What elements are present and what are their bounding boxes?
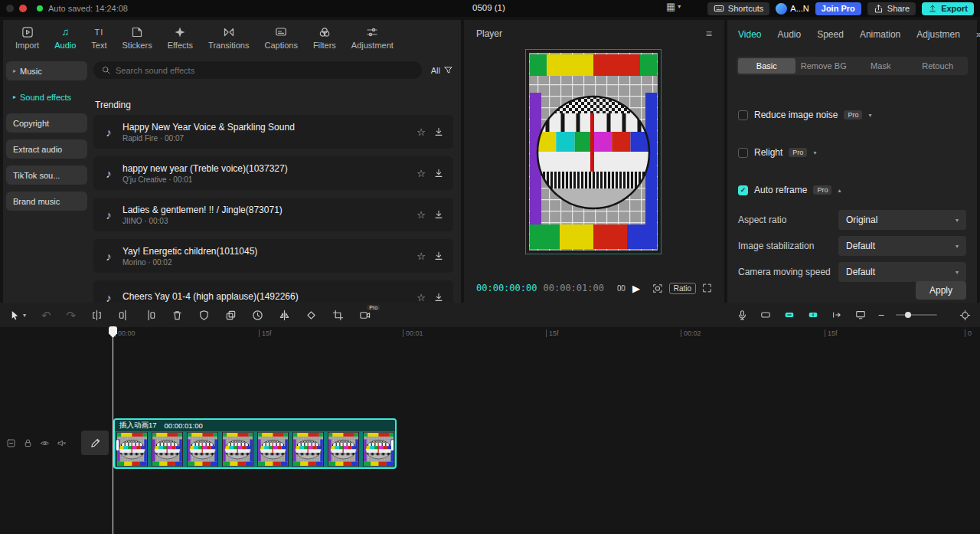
preview-axis-button[interactable] xyxy=(854,310,867,320)
cover-edit-button[interactable] xyxy=(81,431,109,455)
timeline-ruler[interactable]: 00:00 15f 00:01 15f 00:02 15f 0 xyxy=(0,327,980,339)
undo-button[interactable]: ↶ xyxy=(41,310,51,321)
sidebar-item-extract-audio[interactable]: Extract audio xyxy=(6,139,87,159)
download-icon[interactable] xyxy=(433,209,444,220)
tab-animation[interactable]: Animation xyxy=(860,29,900,40)
tab-text[interactable]: TI Text xyxy=(83,24,114,51)
sound-row[interactable]: ♪ Ladies & gentlemen! !! / Jingle(873071… xyxy=(93,198,453,231)
timeline-tracks[interactable]: 插入动画17 00:00:01:00 xyxy=(0,339,980,534)
freeze-frame-button[interactable] xyxy=(198,310,210,321)
tab-video[interactable]: Video xyxy=(738,29,761,40)
redo-button[interactable]: ↷ xyxy=(67,310,77,321)
sound-filter[interactable]: All xyxy=(431,65,453,75)
rotate-button[interactable] xyxy=(305,310,317,321)
delete-button[interactable] xyxy=(172,310,183,321)
favorite-star-icon[interactable]: ☆ xyxy=(416,209,426,221)
search-box[interactable] xyxy=(93,61,422,79)
chevron-down-icon[interactable]: ▾ xyxy=(813,149,816,156)
player-menu-icon[interactable]: ≡ xyxy=(706,28,712,40)
sound-row[interactable]: ♪ Cheers Yay 01-4 (high applause)(149226… xyxy=(93,280,453,303)
tab-captions[interactable]: Captions xyxy=(256,24,305,51)
collapse-track-icon[interactable] xyxy=(6,438,16,448)
video-preview[interactable] xyxy=(525,49,662,254)
tab-adjustment-props[interactable]: Adjustmen xyxy=(916,29,960,40)
tab-effects[interactable]: Effects xyxy=(160,24,201,51)
join-pro-button[interactable]: Join Pro xyxy=(815,2,861,15)
tab-audio[interactable]: ♫ Audio xyxy=(47,24,83,51)
window-close-button[interactable] xyxy=(6,5,14,12)
aspect-ratio-select[interactable]: Original ▾ xyxy=(838,210,966,230)
split-button[interactable] xyxy=(91,310,103,321)
export-button[interactable]: Export xyxy=(922,2,974,15)
play-button[interactable]: ▶ xyxy=(632,283,640,294)
tab-audio-props[interactable]: Audio xyxy=(777,29,801,40)
sidebar-item-brand-music[interactable]: Brand music xyxy=(6,192,87,211)
favorite-star-icon[interactable]: ☆ xyxy=(416,126,426,138)
stabilization-select[interactable]: Default ▾ xyxy=(838,236,966,256)
zoom-out-button[interactable]: − xyxy=(878,310,884,320)
sidebar-item-sound-effects[interactable]: ▸ Sound effects xyxy=(6,87,87,106)
playhead-line[interactable] xyxy=(113,327,113,534)
tab-speed[interactable]: Speed xyxy=(817,29,844,40)
timeline-zoom-slider[interactable] xyxy=(896,314,937,316)
mute-speaker-icon[interactable] xyxy=(57,438,67,448)
chevron-down-icon[interactable]: ▾ xyxy=(868,112,871,119)
download-icon[interactable] xyxy=(433,251,444,261)
favorite-star-icon[interactable]: ☆ xyxy=(416,292,426,303)
tab-stickers[interactable]: Stickers xyxy=(115,24,160,51)
speed-button[interactable] xyxy=(252,310,263,321)
zoom-slider-knob[interactable] xyxy=(905,312,911,318)
account-chip[interactable]: A...N xyxy=(776,3,808,15)
favorite-star-icon[interactable]: ☆ xyxy=(416,251,426,262)
apply-button[interactable]: Apply xyxy=(916,281,966,300)
clip-expand-button[interactable] xyxy=(831,310,843,320)
more-tabs-icon[interactable]: » xyxy=(976,29,980,40)
subtab-retouch[interactable]: Retouch xyxy=(910,58,967,74)
download-icon[interactable] xyxy=(433,168,444,179)
frame-view-icon[interactable] xyxy=(616,283,626,293)
eye-icon[interactable] xyxy=(40,438,50,448)
share-button[interactable]: Share xyxy=(867,2,916,15)
select-tool[interactable]: ▾ xyxy=(9,310,26,321)
favorite-star-icon[interactable]: ☆ xyxy=(416,168,426,179)
pro-tool-button[interactable]: Pro xyxy=(359,310,371,321)
mirror-button[interactable] xyxy=(279,310,290,321)
voiceover-mic-button[interactable] xyxy=(737,310,748,321)
overlay-button[interactable] xyxy=(225,310,237,321)
window-minimize-button[interactable] xyxy=(19,5,27,12)
fullscreen-icon[interactable] xyxy=(702,283,712,293)
track-toggle-video[interactable] xyxy=(783,310,795,320)
layout-switcher[interactable]: ▦ ▾ xyxy=(666,2,681,11)
download-icon[interactable] xyxy=(433,126,444,137)
sound-row[interactable]: ♪ Happy New Year Voice & Sparkling Sound… xyxy=(93,115,453,149)
snap-target-button[interactable] xyxy=(959,310,971,321)
subtab-basic[interactable]: Basic xyxy=(738,58,795,74)
tab-transitions[interactable]: Transitions xyxy=(201,24,256,51)
relight-checkbox[interactable] xyxy=(738,148,748,158)
lock-icon[interactable] xyxy=(23,438,33,448)
search-input[interactable] xyxy=(116,66,414,75)
clip-trim-handle-left[interactable] xyxy=(116,440,119,450)
sound-row[interactable]: ♪ happy new year (Treble voice)(1037327)… xyxy=(93,156,453,190)
track-toggle-audio[interactable] xyxy=(760,310,772,320)
shortcuts-button[interactable]: Shortcuts xyxy=(707,2,769,15)
subtab-mask[interactable]: Mask xyxy=(852,58,910,74)
chevron-up-icon[interactable]: ▴ xyxy=(838,187,841,194)
sidebar-item-music[interactable]: ▸ Music xyxy=(6,61,87,80)
download-icon[interactable] xyxy=(433,292,444,303)
tab-import[interactable]: Import xyxy=(8,24,47,51)
tab-filters[interactable]: Filters xyxy=(305,24,344,51)
sound-row[interactable]: ♪ Yay! Energetic children(1011045) Morin… xyxy=(93,239,453,273)
track-toggle-text[interactable] xyxy=(807,310,819,320)
snapshot-icon[interactable] xyxy=(652,283,663,294)
camera-speed-select[interactable]: Default ▾ xyxy=(838,262,966,282)
trim-left-button[interactable] xyxy=(118,310,129,321)
subtab-remove-bg[interactable]: Remove BG xyxy=(795,58,853,74)
crop-button[interactable] xyxy=(332,310,344,321)
auto-reframe-checkbox[interactable]: ✓ xyxy=(738,185,748,195)
sidebar-item-tiktok-sounds[interactable]: TikTok sou... xyxy=(6,165,87,185)
trim-right-button[interactable] xyxy=(145,310,156,321)
reduce-noise-checkbox[interactable] xyxy=(738,110,748,120)
sidebar-item-copyright[interactable]: Copyright xyxy=(6,113,87,133)
ratio-button[interactable]: Ratio xyxy=(669,283,696,294)
